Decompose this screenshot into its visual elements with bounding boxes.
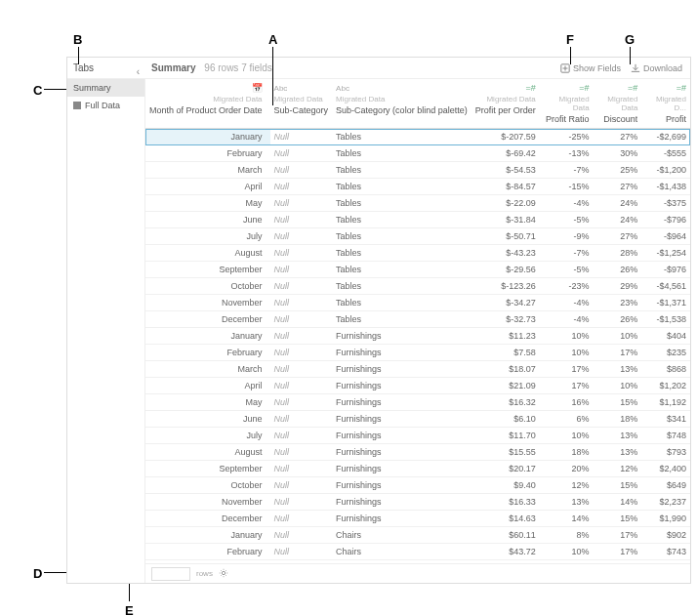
collapse-icon[interactable]: ‹ xyxy=(137,66,140,77)
table-cell: $14.63 xyxy=(472,511,540,527)
summary-title: Summary xyxy=(151,62,196,73)
table-row[interactable]: NovemberNullTables$-34.27-4%23%-$1,371 xyxy=(145,295,690,311)
sidebar-item-fulldata[interactable]: Full Data xyxy=(67,97,144,114)
table-cell: 18% xyxy=(540,444,594,461)
table-cell: June xyxy=(145,212,270,228)
table-cell: April xyxy=(145,378,270,394)
column-header[interactable]: AbcMigrated DataSub-Category (color blin… xyxy=(332,79,472,129)
column-header[interactable]: =#Migrated DataProfit Ratio xyxy=(540,79,594,129)
table-row[interactable]: JulyNullFurnishings$11.7010%13%$748 xyxy=(145,428,690,444)
table-cell: $-34.27 xyxy=(472,295,540,311)
settings-icon[interactable] xyxy=(219,568,228,580)
show-fields-button[interactable]: Show Fields xyxy=(560,63,621,73)
table-row[interactable]: DecemberNullFurnishings$14.6314%15%$1,99… xyxy=(145,511,690,527)
table-cell: $1,990 xyxy=(641,511,690,527)
table-cell: Null xyxy=(270,394,333,411)
table-scroll[interactable]: 📅Migrated DataMonth of Product Order Dat… xyxy=(145,79,690,563)
table-row[interactable]: MayNullFurnishings$16.3216%15%$1,192 xyxy=(145,394,690,411)
data-panel: Tabs ‹ Summary 96 rows 7 fields Show Fie… xyxy=(66,57,691,584)
column-header[interactable]: =#Migrated D...Profit xyxy=(641,79,690,129)
table-cell: $43.72 xyxy=(472,544,540,560)
table-cell: $-84.57 xyxy=(472,179,540,195)
table-cell: 24% xyxy=(594,195,642,212)
table-row[interactable]: SeptemberNullFurnishings$20.1720%12%$2,4… xyxy=(145,461,690,477)
table-cell: -4% xyxy=(540,295,594,311)
table-cell: June xyxy=(145,411,270,428)
table-cell: 27% xyxy=(594,179,642,195)
table-cell: Tables xyxy=(332,262,472,278)
table-cell: -25% xyxy=(540,129,594,145)
table-cell: 26% xyxy=(594,262,642,278)
column-header[interactable]: AbcMigrated DataSub-Category xyxy=(270,79,333,129)
table-row[interactable]: OctoberNullTables$-123.26-23%29%-$4,561 xyxy=(145,278,690,295)
callout-f: F xyxy=(566,32,574,47)
table-cell: May xyxy=(145,394,270,411)
table-row[interactable]: FebruaryNullChairs$43.7210%17%$743 xyxy=(145,544,690,560)
table-cell: $2,400 xyxy=(641,461,690,477)
table-cell: September xyxy=(145,262,270,278)
table-row[interactable]: AprilNullFurnishings$21.0917%10%$1,202 xyxy=(145,378,690,394)
table-cell: Tables xyxy=(332,245,472,262)
table-cell: -$796 xyxy=(641,212,690,228)
table-cell: Null xyxy=(270,212,333,228)
table-cell: November xyxy=(145,295,270,311)
column-header[interactable]: =#Migrated DataProfit per Order xyxy=(472,79,540,129)
rows-input[interactable] xyxy=(151,567,190,581)
table-cell: August xyxy=(145,245,270,262)
table-cell: $7.58 xyxy=(472,345,540,361)
table-row[interactable]: SeptemberNullTables$-29.56-5%26%-$976 xyxy=(145,262,690,278)
table-cell: 12% xyxy=(594,461,642,477)
table-cell: May xyxy=(145,195,270,212)
table-cell: -$1,371 xyxy=(641,295,690,311)
table-row[interactable]: DecemberNullTables$-32.73-4%26%-$1,538 xyxy=(145,311,690,328)
table-cell: 8% xyxy=(540,527,594,544)
table-cell: January xyxy=(145,328,270,345)
table-cell: December xyxy=(145,511,270,527)
table-row[interactable]: FebruaryNullFurnishings$7.5810%17%$235 xyxy=(145,345,690,361)
table-cell: 20% xyxy=(540,461,594,477)
table-row[interactable]: JanuaryNullFurnishings$11.2310%10%$404 xyxy=(145,328,690,345)
footer: rows xyxy=(145,563,690,583)
table-row[interactable]: AugustNullTables$-43.23-7%28%-$1,254 xyxy=(145,245,690,262)
download-icon xyxy=(631,63,640,73)
table-cell: 17% xyxy=(594,345,642,361)
table-row[interactable]: JanuaryNullTables$-207.59-25%27%-$2,699 xyxy=(145,129,690,145)
table-cell: Null xyxy=(270,328,333,345)
table-row[interactable]: OctoberNullFurnishings$9.4012%15%$649 xyxy=(145,477,690,494)
table-row[interactable]: JuneNullFurnishings$6.106%18%$341 xyxy=(145,411,690,428)
table-cell: 10% xyxy=(540,428,594,444)
table-row[interactable]: AugustNullFurnishings$15.5518%13%$793 xyxy=(145,444,690,461)
column-header[interactable]: 📅Migrated DataMonth of Product Order Dat… xyxy=(145,79,270,129)
table-cell: January xyxy=(145,129,270,145)
table-cell: $21.09 xyxy=(472,378,540,394)
column-header[interactable]: =#Migrated DataDiscount xyxy=(594,79,642,129)
table-cell: Null xyxy=(270,311,333,328)
table-cell: 28% xyxy=(594,245,642,262)
table-cell: Null xyxy=(270,361,333,378)
download-button[interactable]: Download xyxy=(631,63,682,73)
summary-header: Summary 96 rows 7 fields xyxy=(145,62,272,73)
plus-icon xyxy=(560,63,570,73)
table-cell: 13% xyxy=(594,361,642,378)
table-row[interactable]: JuneNullTables$-31.84-5%24%-$796 xyxy=(145,212,690,228)
table-cell: -$976 xyxy=(641,262,690,278)
table-cell: $743 xyxy=(641,544,690,560)
table-row[interactable]: NovemberNullFurnishings$16.3313%14%$2,23… xyxy=(145,494,690,511)
table-cell: October xyxy=(145,477,270,494)
table-row[interactable]: MarchNullTables$-54.53-7%25%-$1,200 xyxy=(145,162,690,179)
table-row[interactable]: MarchNullFurnishings$18.0717%13%$868 xyxy=(145,361,690,378)
table-cell: $-31.84 xyxy=(472,212,540,228)
table-cell: 15% xyxy=(594,511,642,527)
table-cell: Furnishings xyxy=(332,378,472,394)
table-row[interactable]: FebruaryNullTables$-69.42-13%30%-$555 xyxy=(145,145,690,162)
callout-a: A xyxy=(268,32,277,47)
table-cell: September xyxy=(145,461,270,477)
sidebar-item-summary[interactable]: Summary xyxy=(67,79,144,97)
table-row[interactable]: MayNullTables$-22.09-4%24%-$375 xyxy=(145,195,690,212)
table-row[interactable]: JulyNullTables$-50.71-9%27%-$964 xyxy=(145,228,690,245)
table-cell: Null xyxy=(270,245,333,262)
table-row[interactable]: JanuaryNullChairs$60.118%17%$902 xyxy=(145,527,690,544)
table-cell: Furnishings xyxy=(332,444,472,461)
table-row[interactable]: AprilNullTables$-84.57-15%27%-$1,438 xyxy=(145,179,690,195)
table-cell: -$2,699 xyxy=(641,129,690,145)
